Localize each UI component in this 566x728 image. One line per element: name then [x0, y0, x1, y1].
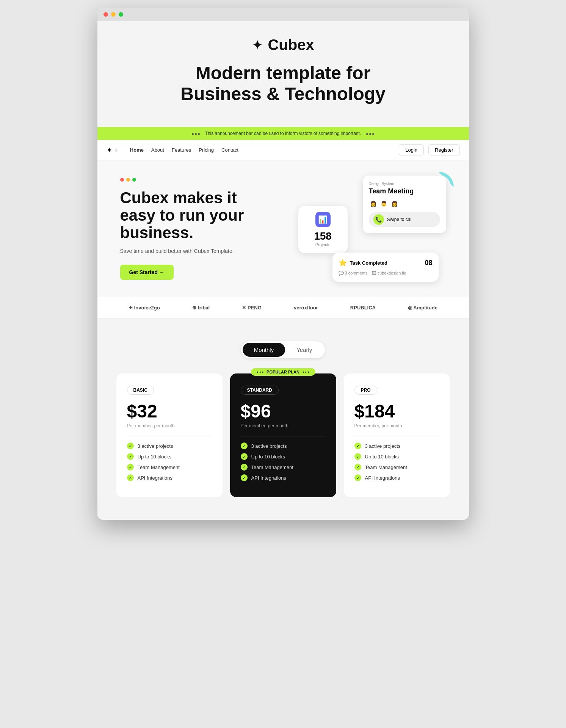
task-card: ⭐ Task Completed 08 💬 3 comments 🖼 cubex…	[332, 253, 439, 282]
partner-amplitude: ◎ Amplitude	[408, 305, 437, 311]
check-icon: ✓	[241, 474, 248, 481]
nav-logo-icon: ✦	[107, 146, 112, 154]
check-icon: ✓	[354, 474, 361, 481]
login-button[interactable]: Login	[399, 144, 424, 155]
ann-dot	[198, 133, 200, 135]
basic-badge: BASIC	[127, 386, 154, 395]
pro-feature-4: ✓ API Integrations	[354, 474, 439, 481]
yearly-toggle[interactable]: Yearly	[285, 343, 323, 357]
design-system-label: Design System	[369, 182, 440, 186]
check-icon: ✓	[127, 442, 134, 449]
pricing-section: Monthly Yearly BASIC $32 Per member, per…	[97, 318, 469, 520]
ann-dot	[369, 133, 371, 135]
partners-section: ✈ Invoice2go ⊕ tribal ✕ PENG veroxfloor …	[97, 297, 469, 318]
pro-features: ✓ 3 active projects ✓ Up to 10 blocks ✓ …	[354, 442, 439, 481]
basic-feature-2: ✓ Up to 10 blocks	[127, 453, 212, 460]
ann-dot	[372, 133, 374, 135]
toggle-container: Monthly Yearly	[241, 341, 325, 358]
check-icon: ✓	[241, 442, 248, 449]
nav-pricing[interactable]: Pricing	[199, 147, 214, 153]
pro-feature-2: ✓ Up to 10 blocks	[354, 453, 439, 460]
basic-price: $32	[127, 401, 212, 422]
page-content: ✦ Cubex Modern template for Business & T…	[97, 21, 469, 520]
get-started-button[interactable]: Get Started →	[120, 265, 174, 280]
partner-rpublica: RPUBLICA	[350, 305, 376, 311]
avatar-3: 👩	[390, 199, 399, 208]
standard-period: Per member, per month	[241, 423, 326, 428]
pro-pricing-card: PRO $184 Per member, per month ✓ 3 activ…	[344, 373, 450, 497]
nav-about[interactable]: About	[151, 147, 164, 153]
hero-title: Cubex makes it easy to run your business…	[120, 189, 276, 242]
pricing-toggle: Monthly Yearly	[113, 341, 454, 358]
logo-text: Cubex	[268, 36, 314, 53]
partner-tribal: ⊕ tribal	[192, 305, 210, 311]
dot-yellow	[126, 178, 130, 182]
pro-price: $184	[354, 401, 439, 422]
avatar-row: 👩 👨 👩	[369, 199, 440, 208]
navigation: ✦ + Home About Features Pricing Contact …	[97, 140, 469, 160]
standard-features: ✓ 3 active projects ✓ Up to 10 blocks ✓ …	[241, 442, 326, 481]
teal-swirl	[423, 172, 454, 202]
partner-invoice2go: ✈ Invoice2go	[129, 305, 160, 311]
check-icon: ✓	[127, 474, 134, 481]
hero-subtitle: Save time and build better with Cubex Te…	[120, 248, 276, 254]
hero-right: Design System Team Meeting 👩 👨 👩 📞 Swipe…	[291, 176, 446, 282]
ann-dot	[195, 133, 197, 135]
close-icon[interactable]	[103, 12, 108, 17]
dot-green	[132, 178, 136, 182]
check-icon: ✓	[127, 453, 134, 460]
task-icon: ⭐	[339, 259, 347, 267]
browser-window: ✦ Cubex Modern template for Business & T…	[97, 8, 469, 520]
stats-card: 📊 158 Projects	[298, 206, 348, 253]
logo-row: ✦ Cubex	[105, 36, 461, 53]
comments-label: 💬 3 comments	[339, 271, 368, 276]
logo-icon: ✦	[252, 37, 263, 53]
window-dots	[120, 178, 276, 182]
standard-feature-1: ✓ 3 active projects	[241, 442, 326, 449]
task-row: ⭐ Task Completed 08	[339, 259, 433, 267]
standard-price: $96	[241, 401, 326, 422]
partner-xpeng: ✕ PENG	[242, 305, 261, 311]
standard-badge: STANDARD	[241, 386, 279, 395]
standard-feature-3: ✓ Team Management	[241, 464, 326, 471]
basic-feature-4: ✓ API Integrations	[127, 474, 212, 481]
ann-dot	[192, 133, 194, 135]
nav-contact[interactable]: Contact	[221, 147, 238, 153]
maximize-icon[interactable]	[119, 12, 123, 17]
monthly-toggle[interactable]: Monthly	[243, 343, 285, 357]
check-icon: ✓	[127, 464, 134, 471]
team-meeting-card: Design System Team Meeting 👩 👨 👩 📞 Swipe…	[363, 176, 446, 233]
avatar-1: 👩	[369, 199, 378, 208]
stats-label: Projects	[304, 242, 342, 247]
pro-feature-3: ✓ Team Management	[354, 464, 439, 471]
browser-toolbar	[97, 8, 469, 21]
popular-plan-banner: • • • POPULAR PLAN • • •	[251, 368, 315, 376]
minimize-icon[interactable]	[111, 12, 116, 17]
pricing-cards: BASIC $32 Per member, per month ✓ 3 acti…	[113, 373, 454, 497]
logo-section: ✦ Cubex Modern template for Business & T…	[97, 21, 469, 127]
partner-verox: veroxfloor	[294, 305, 318, 311]
register-button[interactable]: Register	[428, 144, 459, 155]
standard-feature-4: ✓ API Integrations	[241, 474, 326, 481]
nav-links: Home About Features Pricing Contact	[130, 147, 399, 153]
stats-icon: 📊	[315, 212, 331, 227]
nav-home[interactable]: Home	[130, 147, 144, 153]
basic-pricing-card: BASIC $32 Per member, per month ✓ 3 acti…	[116, 373, 223, 497]
task-number: 08	[425, 259, 432, 267]
basic-period: Per member, per month	[127, 423, 212, 428]
basic-features: ✓ 3 active projects ✓ Up to 10 blocks ✓ …	[127, 442, 212, 481]
main-headline: Modern template for Business & Technolog…	[169, 63, 397, 104]
swipe-to-call-label: Swipe to call	[387, 217, 412, 222]
nav-plus: +	[114, 147, 118, 154]
standard-feature-2: ✓ Up to 10 blocks	[241, 453, 326, 460]
swipe-to-call[interactable]: 📞 Swipe to call	[369, 212, 440, 227]
avatar-2: 👨	[379, 199, 389, 208]
nav-features[interactable]: Features	[172, 147, 191, 153]
task-meta: 💬 3 comments 🖼 cubexdesign.fig	[339, 271, 433, 276]
check-icon: ✓	[354, 453, 361, 460]
basic-feature-3: ✓ Team Management	[127, 464, 212, 471]
pro-feature-1: ✓ 3 active projects	[354, 442, 439, 449]
basic-feature-1: ✓ 3 active projects	[127, 442, 212, 449]
pro-period: Per member, per month	[354, 423, 439, 428]
check-icon: ✓	[241, 464, 248, 471]
